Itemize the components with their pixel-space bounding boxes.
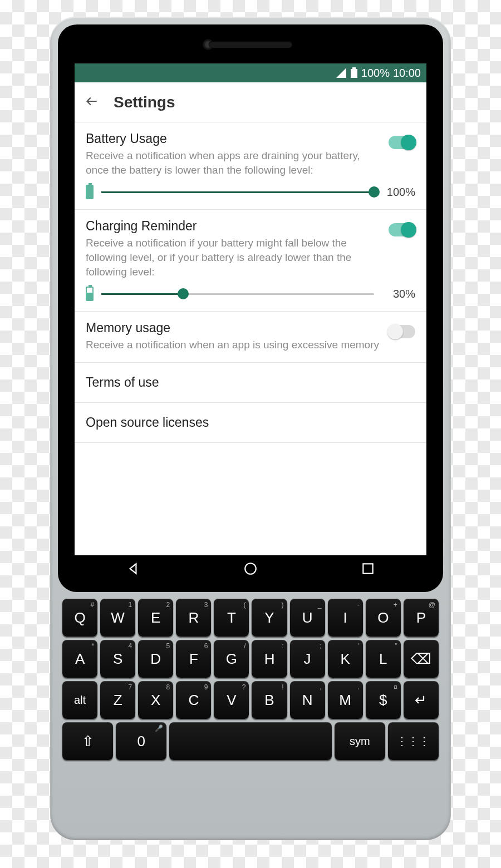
screen: 100% 10:00 Settings Battery Usage Receiv… [75, 63, 426, 555]
key-Z[interactable]: Z7 [100, 681, 135, 719]
phone-glass: 100% 10:00 Settings Battery Usage Receiv… [58, 24, 443, 592]
key-V[interactable]: V? [214, 681, 249, 719]
battery-usage-desc: Receive a notification when apps are dra… [86, 149, 382, 177]
charging-title: Charging Reminder [86, 219, 382, 234]
charging-desc: Receive a notification if your battery m… [86, 236, 382, 279]
svg-rect-0 [351, 69, 357, 78]
key-H[interactable]: H: [252, 640, 287, 678]
key-⌫[interactable]: ⌫ [404, 640, 439, 678]
key-K[interactable]: K' [328, 640, 363, 678]
square-recent-icon [361, 561, 375, 576]
key-↵[interactable]: ↵ [404, 681, 439, 719]
key-S[interactable]: S4 [100, 640, 135, 678]
back-button[interactable] [85, 94, 99, 111]
charging-slider-value: 30% [382, 288, 415, 300]
key-⇧[interactable]: ⇧ [62, 722, 113, 760]
charging-toggle[interactable] [389, 223, 415, 236]
key-U[interactable]: U_ [290, 599, 325, 637]
key-⋮⋮⋮[interactable]: ⋮⋮⋮ [388, 722, 439, 760]
settings-list: Battery Usage Receive a notification whe… [75, 122, 426, 555]
key-sym[interactable]: sym [335, 722, 385, 760]
key-T[interactable]: T( [214, 599, 249, 637]
key-alt[interactable]: alt [62, 681, 97, 719]
physical-keyboard: Q#W1E2R3T(Y)U_I-O+P@ A*S4D5F6G/H:J;K'L"⌫… [58, 592, 443, 832]
key-$[interactable]: $¤ [366, 681, 401, 719]
key-A[interactable]: A* [62, 640, 97, 678]
memory-desc: Receive a notification when an app is us… [86, 338, 382, 352]
status-time: 10:00 [393, 67, 421, 80]
circle-home-icon [243, 561, 258, 576]
battery-usage-slider-value: 100% [382, 186, 415, 199]
key-R[interactable]: R3 [176, 599, 211, 637]
earpiece [209, 41, 292, 48]
key-N[interactable]: N, [290, 681, 325, 719]
memory-toggle[interactable] [389, 325, 415, 338]
arrow-left-icon [85, 94, 99, 108]
nav-recent-button[interactable] [361, 561, 375, 578]
key-M[interactable]: M. [328, 681, 363, 719]
setting-charging-reminder: Charging Reminder Receive a notification… [75, 210, 426, 312]
svg-point-2 [245, 563, 256, 574]
signal-icon [336, 67, 347, 78]
open-source-licenses-link[interactable]: Open source licenses [75, 403, 426, 443]
page-title: Settings [114, 93, 175, 111]
key-F[interactable]: F6 [176, 640, 211, 678]
memory-title: Memory usage [86, 320, 382, 336]
triangle-back-icon [126, 561, 140, 576]
key-0[interactable]: 0🎤 [116, 722, 166, 760]
nav-back-button[interactable] [126, 561, 140, 578]
svg-rect-1 [352, 67, 356, 69]
key-O[interactable]: O+ [366, 599, 401, 637]
key-E[interactable]: E2 [138, 599, 173, 637]
battery-usage-toggle[interactable] [389, 136, 415, 149]
setting-memory-usage: Memory usage Receive a notification when… [75, 312, 426, 363]
terms-of-use-link[interactable]: Terms of use [75, 363, 426, 403]
battery-usage-title: Battery Usage [86, 131, 382, 146]
charging-slider[interactable] [101, 293, 374, 295]
key-I[interactable]: I- [328, 599, 363, 637]
battery-usage-slider-row: 100% [86, 185, 415, 199]
nav-home-button[interactable] [243, 561, 258, 578]
key-P[interactable]: P@ [404, 599, 439, 637]
key-G[interactable]: G/ [214, 640, 249, 678]
android-nav-bar [75, 555, 426, 584]
key-J[interactable]: J; [290, 640, 325, 678]
key-Y[interactable]: Y) [252, 599, 287, 637]
key-X[interactable]: X8 [138, 681, 173, 719]
key-W[interactable]: W1 [100, 599, 135, 637]
key-space[interactable] [169, 722, 332, 760]
svg-rect-3 [363, 564, 372, 573]
battery-icon [86, 287, 94, 301]
charging-slider-row: 30% [86, 287, 415, 301]
key-C[interactable]: C9 [176, 681, 211, 719]
key-D[interactable]: D5 [138, 640, 173, 678]
key-Q[interactable]: Q# [62, 599, 97, 637]
battery-full-icon [350, 67, 358, 78]
battery-usage-slider[interactable] [101, 191, 374, 193]
status-battery-pct: 100% [361, 67, 390, 80]
battery-icon [86, 185, 94, 199]
status-bar: 100% 10:00 [75, 63, 426, 82]
key-L[interactable]: L" [366, 640, 401, 678]
key-B[interactable]: B! [252, 681, 287, 719]
app-bar: Settings [75, 82, 426, 122]
phone-frame: 100% 10:00 Settings Battery Usage Receiv… [50, 17, 451, 840]
setting-battery-usage: Battery Usage Receive a notification whe… [75, 122, 426, 210]
